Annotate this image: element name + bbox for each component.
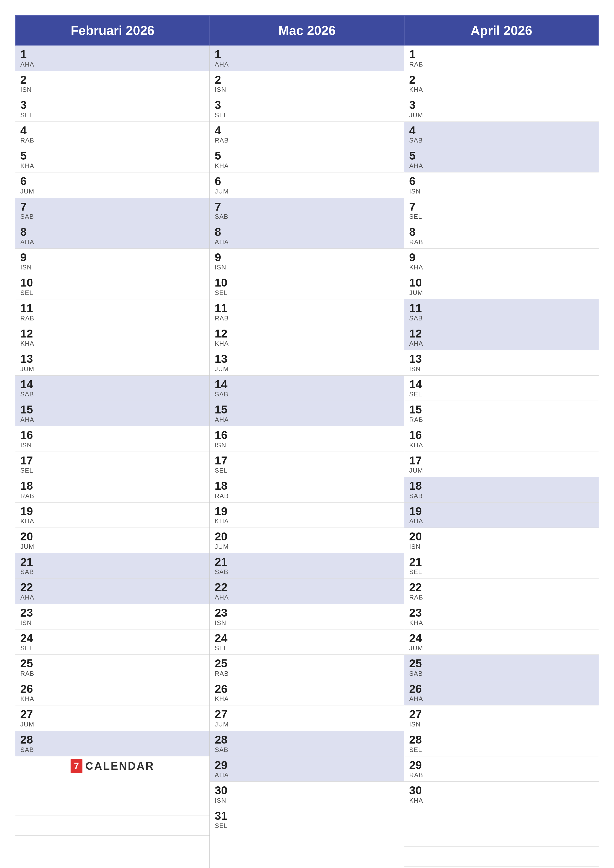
day-number: 25 [409,657,594,670]
empty-cell [404,847,598,866]
day-cell: 25RAB [210,655,404,680]
day-cell: 11RAB [210,299,404,325]
day-name: ISN [409,188,594,195]
day-name: AHA [215,60,399,68]
month-header-feb: Februari 2026 [16,16,210,45]
day-name: JUM [215,543,399,550]
day-cell: 22AHA [16,578,210,604]
day-cell: 4SAB [404,122,598,147]
day-number: 25 [215,657,399,670]
day-cell: 18RAB [16,477,210,502]
day-number: 23 [20,606,205,619]
day-cell: 7SEL [404,198,598,223]
day-name: ISN [409,365,594,373]
day-column-1: 1AHA2ISN3SEL4RAB5KHA6JUM7SAB8AHA9ISN10SE… [210,45,404,868]
day-number: 27 [20,708,205,721]
day-name: RAB [409,238,594,246]
day-name: SAB [215,391,399,398]
day-name: RAB [409,771,594,779]
day-name: ISN [215,797,399,804]
day-number: 2 [215,73,399,86]
day-name: JUM [215,188,399,195]
empty-cell [16,796,210,816]
day-name: ISN [215,619,399,627]
day-number: 10 [409,276,594,289]
day-cell: 15AHA [16,401,210,426]
day-number: 8 [409,226,594,238]
day-cell: 10JUM [404,274,598,299]
day-cell: 21SEL [404,553,598,579]
day-name: SAB [20,746,205,754]
day-number: 18 [409,479,594,492]
day-cell: 6ISN [404,172,598,198]
day-name: SEL [215,467,399,474]
day-name: KHA [215,162,399,170]
day-number: 17 [215,454,399,467]
day-cell: 28SAB [210,731,404,756]
day-number: 15 [409,403,594,416]
day-cell: 21SAB [16,553,210,579]
day-number: 12 [20,327,205,340]
day-cell: 30KHA [404,782,598,807]
day-name: KHA [20,162,205,170]
day-number: 18 [20,479,205,492]
day-name: ISN [20,442,205,449]
day-number: 11 [409,302,594,315]
day-name: RAB [20,136,205,144]
day-number: 5 [409,149,594,162]
month-header-mac: Mac 2026 [210,16,404,45]
day-cell: 17JUM [404,452,598,477]
day-name: RAB [215,136,399,144]
day-name: SEL [409,746,594,754]
day-number: 14 [20,378,205,391]
day-cell: 16ISN [210,426,404,452]
day-cell: 23ISN [16,604,210,629]
day-number: 28 [20,733,205,746]
day-name: RAB [409,594,594,601]
day-number: 13 [409,353,594,365]
day-number: 26 [20,683,205,695]
day-name: JUM [20,365,205,373]
day-name: SEL [20,644,205,652]
day-cell: 31SEL [210,807,404,832]
day-name: ISN [215,264,399,271]
day-cell: 10SEL [16,274,210,299]
day-number: 20 [409,530,594,543]
day-name: RAB [409,416,594,424]
day-name: SAB [215,213,399,220]
day-name: SAB [409,670,594,677]
day-name: RAB [20,315,205,322]
day-cell: 23ISN [210,604,404,629]
day-cell: 20JUM [16,528,210,553]
month-header-apr: April 2026 [404,16,598,45]
day-column-2: 1RAB2KHA3JUM4SAB5AHA6ISN7SEL8RAB9KHA10JU… [404,45,598,868]
day-cell: 11SAB [404,299,598,325]
day-number: 4 [20,124,205,137]
day-cell: 7SAB [210,198,404,223]
day-number: 18 [215,479,399,492]
day-name: AHA [409,695,594,703]
empty-cell [210,832,404,852]
day-number: 7 [409,200,594,213]
day-number: 27 [215,708,399,721]
day-cell: 8RAB [404,223,598,249]
day-name: SEL [215,644,399,652]
day-cell: 16ISN [16,426,210,452]
day-name: SAB [20,568,205,576]
day-number: 23 [409,606,594,619]
day-name: ISN [409,543,594,550]
logo-number: 7 [74,761,79,771]
day-cell: 1RAB [404,45,598,71]
day-cell: 26KHA [16,680,210,706]
day-number: 4 [215,124,399,137]
empty-cell [16,816,210,835]
day-cell: 26KHA [210,680,404,706]
logo-text: CALENDAR [85,760,154,772]
day-cell: 19KHA [210,502,404,528]
day-number: 9 [20,251,205,264]
day-cell: 25SAB [404,655,598,680]
day-cell: 24JUM [404,629,598,655]
day-number: 1 [409,48,594,60]
day-name: AHA [215,238,399,246]
day-name: SAB [215,746,399,754]
